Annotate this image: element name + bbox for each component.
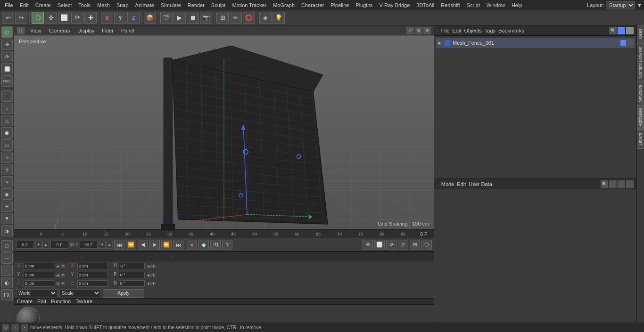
menu-motion-tracker[interactable]: Motion Tracker [229,1,269,9]
y-axis-button[interactable]: Y [114,12,126,24]
coord-z2-input[interactable] [77,280,108,287]
obj-expand-arrow[interactable]: ▶ [438,40,441,45]
coord-y-input[interactable] [24,272,54,278]
viewport-menu-display[interactable]: Display [75,27,96,34]
coord-z-step-up[interactable]: ▲ [56,282,60,285]
auto-key-button[interactable]: ⏺ [198,240,209,250]
goto-start-button[interactable]: ⏮ [114,240,124,250]
viewport[interactable]: ⬡ View Cameras Display Filter Panel ⤢ ⊞ … [14,25,434,230]
menu-help[interactable]: Help [509,1,525,9]
coord-h-step-up[interactable]: ▲ [147,265,151,268]
world-select[interactable]: World Object [16,289,58,297]
menu-plugins[interactable]: Plugins [353,1,375,9]
record-button[interactable]: ● [187,240,197,250]
menu-create[interactable]: Create [33,1,54,9]
left-tool-edge[interactable]: — [1,252,13,264]
undo-button[interactable]: ↩ [2,12,14,24]
menu-sculpt[interactable]: Sculpt [208,1,229,9]
layout-select[interactable]: Startup [606,1,635,9]
coord-h-step-down[interactable]: ▼ [151,265,156,268]
viewport-menu-filter[interactable]: Filter [100,27,115,34]
start-frame-input[interactable] [50,241,68,249]
redo-button[interactable]: ↪ [15,12,27,24]
current-frame-right[interactable]: 0 F [419,232,429,237]
attr-menu-edit[interactable]: Edit [457,181,466,187]
menu-pipeline[interactable]: Pipeline [328,1,352,9]
left-tool-deformer[interactable]: ⤷ [1,176,13,187]
apply-button[interactable]: Apply [103,289,144,298]
menu-animate[interactable]: Animate [132,1,157,9]
coord-z-input[interactable] [24,280,54,287]
viewport-menu-cameras[interactable]: Cameras [47,27,72,34]
goto-end-button[interactable]: ⏭ [173,240,183,250]
obj-menu-bookmarks[interactable]: Bookmarks [498,28,524,33]
obj-menu-edit[interactable]: Edit [453,28,462,33]
obj-menu-file[interactable]: File [441,28,450,33]
coord-b-step-down[interactable]: ▼ [151,282,156,285]
coord-x2-input[interactable] [77,263,108,269]
left-tool-live[interactable]: ◐ [1,277,13,288]
menu-snap[interactable]: Snap [114,1,132,9]
menu-character[interactable]: Character [298,1,327,9]
render-button[interactable]: ▶ [173,12,186,24]
motion-button[interactable]: ⬡ [421,240,432,250]
viewport-canvas[interactable]: X Y Z [14,36,434,229]
menu-window[interactable]: Window [484,1,508,9]
scale-select[interactable]: Scale [59,289,101,297]
mat-menu-function[interactable]: Function [51,299,71,304]
menu-redshift[interactable]: Redshift [438,1,462,9]
move-key-button[interactable]: ✜ [363,240,373,250]
coord-b-input[interactable] [119,280,145,287]
camera-button[interactable]: 📷 [200,12,212,24]
obj-color-swatch[interactable] [620,40,626,46]
rotate-key-button[interactable]: ⟳ [386,240,396,250]
menu-3dtoall[interactable]: 3DToAll [413,1,437,9]
attr-icon-4[interactable] [626,180,634,188]
coord-b-step-up[interactable]: ▲ [147,282,151,285]
coord-x-step-down[interactable]: ▼ [61,265,65,268]
viewport-layout-icon[interactable]: ⊞ [415,27,422,34]
render-view-button[interactable]: 🎬 [160,12,173,24]
playback-frame-up[interactable]: ▲ [106,241,113,249]
object-row-fence[interactable]: ▶ Mesh_Fence_001 [436,38,635,48]
left-tool-spline[interactable]: ∿ [1,152,13,163]
left-tool-cone[interactable]: △ [1,115,13,126]
key-button[interactable]: ⊞ [410,240,420,250]
coord-x-step-up[interactable]: ▲ [56,265,60,268]
left-tool-nurbs[interactable]: S [1,164,13,175]
coord-h-input[interactable] [119,263,145,269]
status-icon-1[interactable]: ⬡ [2,324,9,332]
viewport-icon[interactable]: ⬡ [17,27,25,34]
tab-layers[interactable]: Layers [637,130,644,149]
left-tool-plane[interactable]: ▭ [1,139,13,151]
x-axis-button[interactable]: X [101,12,113,24]
left-tool-1[interactable]: ⬡ [1,26,13,38]
key-all-button[interactable]: ⚿ [210,240,221,250]
menu-script[interactable]: Script [464,1,483,9]
select-tool-button[interactable]: ⬡ [32,12,44,24]
mat-menu-texture[interactable]: Texture [75,299,92,304]
left-tool-material[interactable]: ◑ [1,225,13,236]
z-axis-button[interactable]: Z [127,12,140,24]
left-tool-2[interactable]: ✜ [1,39,13,50]
tab-takes[interactable]: Takes [637,25,644,43]
workspace-button[interactable]: ◈ [259,12,272,24]
viewport-menu-view[interactable]: View [28,27,43,34]
end-frame-input[interactable] [80,241,98,249]
snapping-button[interactable]: ✏ [230,12,242,24]
rotate-tool-button[interactable]: ⟳ [71,12,83,24]
coord-z-step-down[interactable]: ▼ [61,282,65,285]
viewport-maximize-icon[interactable]: ⤢ [406,27,414,34]
tab-structure[interactable]: Structure [637,81,644,105]
menu-vray[interactable]: V-Ray Bridge [377,1,413,9]
frame-up-btn[interactable]: ▲ [42,241,49,249]
viewport-settings-icon[interactable]: ⚙ [423,27,431,34]
obj-menu-tags[interactable]: Tags [485,28,495,33]
mat-menu-create[interactable]: Create [17,299,33,304]
menu-mograph[interactable]: MoGraph [270,1,297,9]
frame-down-btn[interactable]: ▼ [35,241,42,249]
scale-key-button[interactable]: ⬜ [374,240,385,250]
coord-y2-input[interactable] [77,272,108,278]
tab-content-browser[interactable]: Content Browser [637,43,644,81]
light-button[interactable]: 💡 [272,12,285,24]
